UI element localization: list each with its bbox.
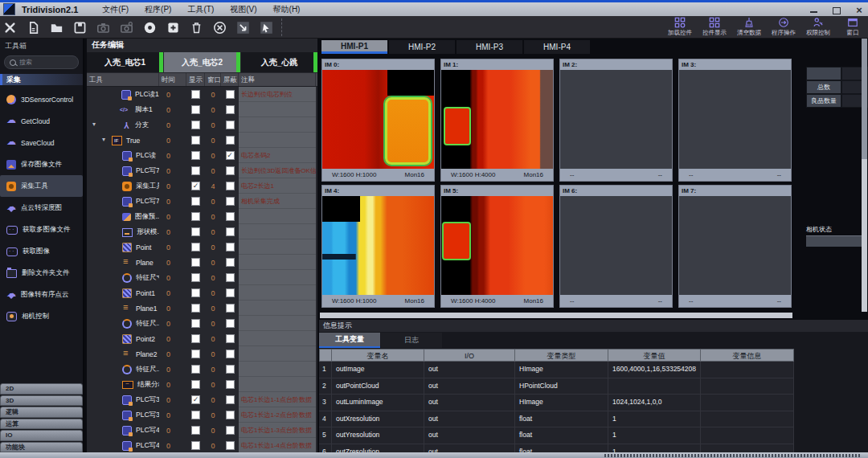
show-checkbox[interactable]: [191, 350, 200, 358]
mask-checkbox[interactable]: [226, 105, 235, 114]
camera-disabled-icon[interactable]: [96, 21, 110, 35]
task-row[interactable]: PLC写4100电芯1长边1-4点台阶数据: [87, 438, 317, 452]
image-viewport[interactable]: [441, 196, 553, 295]
mask-checkbox[interactable]: [226, 197, 235, 206]
task-row[interactable]: PLC写4000电芯1长边1-3点台阶数据: [87, 423, 317, 438]
menu-item[interactable]: 程序(P): [145, 4, 171, 15]
sidebar-bottom-tab[interactable]: IO: [0, 430, 83, 441]
mask-checkbox[interactable]: [226, 288, 235, 297]
sidebar-bottom-tab[interactable]: 运算: [0, 419, 83, 430]
variable-row[interactable]: 1outImageoutHImage1600,4000,1,16,5332542…: [319, 362, 794, 378]
mask-checkbox[interactable]: [226, 395, 235, 404]
scrollbar-thumb[interactable]: [862, 39, 867, 159]
show-checkbox[interactable]: [191, 304, 200, 313]
image-viewport[interactable]: [560, 70, 672, 169]
menu-item[interactable]: 帮助(H): [273, 4, 301, 15]
show-checkbox[interactable]: [191, 105, 200, 114]
variable-row[interactable]: 6outZresolutionoutfloat1: [319, 444, 794, 453]
show-checkbox[interactable]: [191, 121, 200, 129]
hmi-tab-hmi-p3[interactable]: HMI-P3: [457, 40, 522, 54]
clear-data-button[interactable]: 清空数据: [735, 17, 763, 37]
image-viewport[interactable]: [322, 70, 434, 169]
delete-icon[interactable]: [190, 21, 203, 35]
show-checkbox[interactable]: [191, 411, 200, 419]
menu-item[interactable]: 文件(F): [102, 4, 129, 15]
show-checkbox[interactable]: [191, 227, 200, 236]
new-document-icon[interactable]: [27, 21, 40, 35]
mask-checkbox[interactable]: [226, 121, 235, 129]
show-checkbox[interactable]: [191, 258, 200, 267]
sidebar-item[interactable]: 相机控制: [0, 305, 83, 327]
sidebar-item[interactable]: 获取图像: [0, 240, 83, 262]
mask-checkbox[interactable]: [226, 273, 235, 282]
sidebar-item[interactable]: 删除文件夹文件: [0, 262, 83, 284]
export-arrow-icon[interactable]: [236, 21, 250, 35]
restore-button[interactable]: [831, 6, 842, 14]
minimize-button[interactable]: [809, 6, 820, 14]
hmi-tab-hmi-p2[interactable]: HMI-P2: [389, 40, 455, 54]
mask-checkbox[interactable]: [226, 90, 235, 99]
mask-checkbox[interactable]: [226, 258, 235, 267]
task-row[interactable]: PLC写3900电芯1长边1-2点台阶数据: [87, 407, 317, 423]
task-row[interactable]: Plane100: [87, 301, 317, 316]
expand-arrow-icon[interactable]: ▾: [92, 121, 96, 128]
record-icon[interactable]: [143, 21, 157, 35]
mask-checkbox[interactable]: [226, 243, 235, 251]
select-arrow-icon[interactable]: [260, 21, 273, 35]
mask-checkbox[interactable]: [226, 136, 235, 145]
save-icon[interactable]: [73, 21, 87, 35]
tools-icon[interactable]: [3, 21, 17, 35]
mask-checkbox[interactable]: ✓: [226, 151, 235, 160]
sidebar-item[interactable]: 获取多图像文件: [0, 219, 83, 240]
task-row[interactable]: Plane00: [87, 255, 317, 270]
task-row[interactable]: 采集工具0✓4电芯2长边1: [87, 178, 317, 194]
show-checkbox[interactable]: [191, 365, 200, 374]
sidebar-bottom-tab[interactable]: 3D: [0, 395, 83, 407]
task-row[interactable]: PLC读100长边到位电芯到位: [87, 87, 317, 102]
mask-checkbox[interactable]: [226, 365, 235, 374]
show-checkbox[interactable]: [191, 166, 200, 175]
expand-arrow-icon[interactable]: ▾: [102, 136, 105, 143]
show-checkbox[interactable]: [191, 151, 200, 160]
variable-row[interactable]: 4outXresolutionoutfloat1: [319, 411, 794, 428]
sidebar-item[interactable]: SaveCloud: [0, 132, 83, 153]
show-checkbox[interactable]: [191, 212, 200, 221]
task-row[interactable]: 脚本100: [87, 102, 317, 117]
image-viewport[interactable]: [679, 196, 791, 295]
vertical-scrollbar[interactable]: [862, 39, 867, 312]
mask-checkbox[interactable]: [226, 380, 235, 389]
show-checkbox[interactable]: [191, 319, 200, 328]
task-tab[interactable]: 入壳_电芯2: [164, 52, 240, 72]
task-row[interactable]: PLC写7000相机采集完成: [87, 194, 317, 209]
open-folder-icon[interactable]: [50, 21, 63, 35]
camera-settings-disabled-icon[interactable]: [120, 21, 133, 35]
task-row[interactable]: Point00: [87, 239, 317, 255]
task-tab[interactable]: 入壳_心跳: [241, 52, 317, 72]
task-row[interactable]: 形状模...00: [87, 224, 317, 239]
variable-row[interactable]: 5outYresolutionoutfloat1: [319, 427, 794, 444]
sidebar-item[interactable]: 3DSensorControl: [0, 88, 83, 110]
image-viewport[interactable]: [322, 196, 434, 295]
show-checkbox[interactable]: ✓: [191, 182, 200, 190]
mask-checkbox[interactable]: [226, 334, 235, 343]
task-row[interactable]: Point100: [87, 285, 317, 301]
task-row[interactable]: ▾分支00: [87, 117, 317, 133]
mask-checkbox[interactable]: [226, 212, 235, 221]
close-button[interactable]: ×: [854, 6, 865, 14]
task-row[interactable]: 图像预...00: [87, 209, 317, 224]
image-viewport[interactable]: [679, 70, 791, 169]
show-checkbox[interactable]: [191, 243, 200, 251]
controls-display-button[interactable]: 控件显示: [701, 17, 728, 37]
task-row[interactable]: Plane200: [87, 346, 317, 362]
hmi-tab-hmi-p1[interactable]: HMI-P1: [321, 40, 387, 54]
show-checkbox[interactable]: [191, 288, 200, 297]
show-checkbox[interactable]: [191, 197, 200, 206]
mask-checkbox[interactable]: [226, 411, 235, 419]
mask-checkbox[interactable]: [226, 182, 235, 190]
variable-row[interactable]: 2outPointCloudoutHPointCloud: [319, 378, 794, 395]
show-checkbox[interactable]: [191, 441, 200, 450]
task-row[interactable]: 结果分析00: [87, 377, 317, 392]
horizontal-scrollbar[interactable]: [320, 313, 792, 318]
mask-checkbox[interactable]: [226, 441, 235, 450]
show-checkbox[interactable]: ✓: [191, 395, 200, 404]
